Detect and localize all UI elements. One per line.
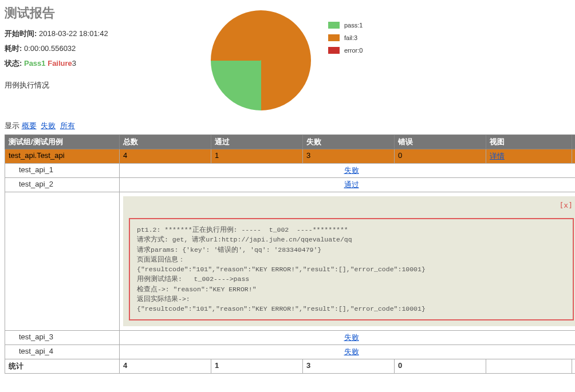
table-row: test_api_4失败 [5,345,576,359]
case-status-link[interactable]: 失败 [344,166,359,175]
filter-link-summary[interactable]: 概要 [22,121,37,130]
filter-bar: 显示 概要 失败 所有 [5,121,570,131]
legend-label-pass: pass:1 [344,22,363,29]
table-header-row: 测试组/测试用例 总数 通过 失败 错误 视图 错 [5,135,576,149]
totals-cell [486,359,572,374]
table-row: test_api_1失败 [5,164,576,178]
totals-row: 统计4130 [5,359,576,374]
legend-item-pass: pass:1 [328,22,363,29]
case-detail-name [5,192,120,331]
table-row: test_api_3失败 [5,331,576,345]
results-table: 测试组/测试用例 总数 通过 失败 错误 视图 错 test_api.Test_… [5,134,575,374]
th-view: 视图 [486,135,572,149]
meta-status-label: 状态: [5,59,22,68]
detail-box: [x]pt1.2: *******正在执行用例: ----- t_002 ---… [123,196,575,326]
meta-duration: 耗时: 0:00:00.556032 [5,43,188,54]
th-fail: 失败 [303,135,395,149]
group-view: 详情 [486,149,572,164]
case-name: test_api_1 [5,164,120,178]
th-name: 测试组/测试用例 [5,135,120,149]
case-status-link[interactable]: 失败 [344,347,359,356]
legend-swatch-error [328,47,340,54]
table-row: test_api_2通过 [5,178,576,192]
group-row: test_api.Test_api 4 1 3 0 详情 [5,149,576,164]
meta-start: 开始时间: 2018-03-22 18:01:42 [5,29,188,39]
meta-start-label: 开始时间: [5,29,37,38]
group-detail-link[interactable]: 详情 [490,152,505,160]
filter-link-failed[interactable]: 失败 [41,121,56,130]
meta-duration-label: 耗时: [5,44,22,53]
section-subheading: 用例执行情况 [5,80,188,90]
status-fail-count: 3 [72,59,76,68]
close-icon[interactable]: [x] [560,201,573,209]
group-fail: 3 [303,149,395,164]
group-error: 0 [395,149,486,164]
status-pass-label: Pass [24,59,41,68]
status-pass-count: 1 [41,59,45,68]
filter-link-all[interactable]: 所有 [60,121,75,130]
group-name: test_api.Test_api [5,149,120,164]
th-pass: 通过 [211,135,303,149]
group-pass: 1 [211,149,303,164]
th-extra: 错 [572,135,576,149]
case-detail-row: [x]pt1.2: *******正在执行用例: ----- t_002 ---… [5,192,576,331]
legend-item-error: error:0 [328,47,363,54]
case-name: test_api_3 [5,331,120,345]
group-total: 4 [120,149,211,164]
th-total: 总数 [120,135,211,149]
chart-legend: pass:1 fail:3 error:0 [328,22,363,60]
meta-start-value: 2018-03-22 18:01:42 [39,29,108,38]
case-detail-cell: [x]pt1.2: *******正在执行用例: ----- t_002 ---… [120,192,576,331]
totals-cell: 统计 [5,359,120,374]
meta-status: 状态: Pass1 Failure3 [5,58,188,69]
filter-label: 显示 [5,121,19,130]
pie-chart [211,10,311,110]
case-status-cell: 失败 [120,345,576,359]
page-title: 测试报告 [5,5,188,22]
case-name: test_api_2 [5,178,120,192]
case-status-link[interactable]: 通过 [344,180,359,189]
totals-cell: 4 [120,359,211,374]
legend-swatch-fail [328,34,340,41]
legend-label-fail: fail:3 [344,34,357,41]
th-error: 错误 [395,135,486,149]
case-status-cell: 通过 [120,178,576,192]
legend-swatch-pass [328,22,340,29]
legend-label-error: error:0 [344,47,363,54]
totals-cell [572,359,576,374]
detail-output: pt1.2: *******正在执行用例: ----- t_002 ----**… [129,218,574,320]
totals-cell: 1 [211,359,303,374]
meta-duration-value: 0:00:00.556032 [24,44,76,53]
totals-cell: 0 [395,359,486,374]
group-extra [572,149,576,164]
status-fail-label: Failure [48,59,72,68]
totals-cell: 3 [303,359,395,374]
case-status-cell: 失败 [120,164,576,178]
case-status-link[interactable]: 失败 [344,333,359,342]
case-status-cell: 失败 [120,331,576,345]
legend-item-fail: fail:3 [328,34,363,41]
case-name: test_api_4 [5,345,120,359]
